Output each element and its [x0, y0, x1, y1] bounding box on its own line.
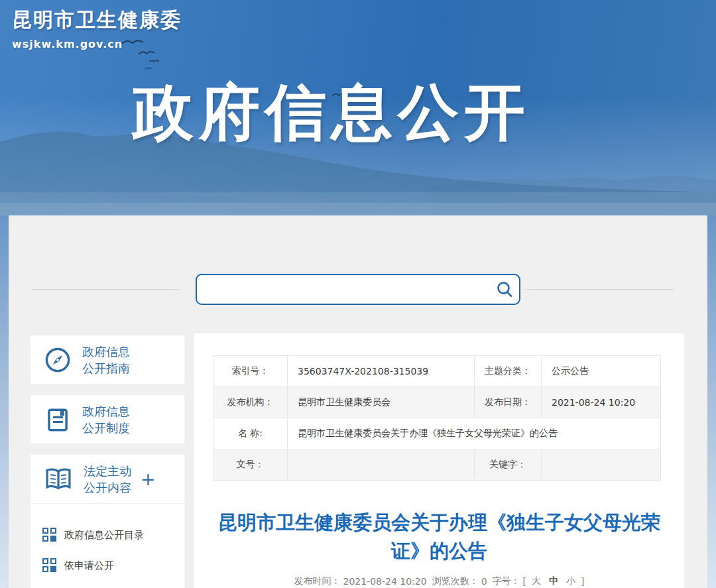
expand-plus-icon[interactable]: +: [141, 469, 156, 489]
table-row: 发布机构： 昆明市卫生健康委员会 发布日期： 2021-08-24 10:20: [213, 387, 661, 418]
bird-icon: [145, 66, 152, 70]
index-value: 35603747X-202108-315039: [288, 356, 475, 387]
publish-time-value: 2021-08-24 10:20: [343, 576, 426, 587]
search-input[interactable]: [197, 275, 490, 304]
article-meta: 发布时间： 2021-08-24 10:20 浏览次数： 0 字号： [ 大 中…: [194, 575, 684, 587]
bird-icon: [149, 58, 160, 64]
font-size-large-button[interactable]: 大: [532, 575, 541, 587]
sidebar-item-label: 政府信息: [82, 343, 130, 360]
meta-table: 索引号： 35603747X-202108-315039 主题分类： 公示公告 …: [213, 355, 661, 481]
view-count-value: 0: [481, 576, 487, 587]
font-size-label: 字号：: [493, 575, 520, 587]
grid-icon: [42, 558, 57, 573]
sidebar-item-label: 公开内容: [84, 479, 131, 496]
date-label: 发布日期：: [475, 387, 542, 418]
search-button[interactable]: [490, 275, 519, 304]
index-label: 索引号：: [213, 356, 288, 387]
site-url: wsjkw.km.gov.cn: [12, 38, 182, 50]
sidebar-item-label: 公开指南: [82, 360, 130, 377]
sidebar-item-label: 法定主动: [84, 463, 131, 479]
view-count-label: 浏览次数：: [432, 575, 479, 587]
sidebar-item-label: 公开制度: [82, 420, 130, 436]
agency-label: 发布机构：: [213, 387, 288, 418]
font-size-medium-button[interactable]: 中: [549, 575, 558, 587]
banner: 昆明市卫生健康委 wsjkw.km.gov.cn 政府信息公开: [0, 0, 716, 215]
publish-time-label: 发布时间：: [294, 575, 340, 587]
banner-title: 政府信息公开: [0, 72, 663, 154]
sidebar-item-directory[interactable]: 政府信息公开目录: [42, 520, 184, 550]
bracket-close: ]: [581, 576, 584, 587]
compass-icon: [44, 346, 72, 374]
bracket-open: [: [523, 576, 526, 587]
table-row: 索引号： 35603747X-202108-315039 主题分类： 公示公告: [213, 356, 661, 387]
keyword-label: 关键字：: [475, 449, 542, 481]
sidebar-item-apply[interactable]: 依申请公开: [42, 550, 184, 581]
table-row: 文号： 关键字：: [213, 449, 661, 481]
sidebar-link-label: 政府信息公开目录: [64, 529, 144, 542]
search-box: [196, 274, 520, 305]
divider-line: [31, 289, 179, 290]
keyword-value: [542, 449, 661, 481]
grid-icon: [42, 528, 57, 542]
search-icon: [495, 280, 514, 299]
sidebar-item-system[interactable]: 政府信息 公开制度: [30, 395, 184, 443]
date-value: 2021-08-24 10:20: [542, 387, 661, 418]
sidebar-links: 政府信息公开目录 依申请公开: [30, 504, 184, 588]
category-label: 主题分类：: [475, 356, 542, 387]
name-label: 名 称:: [213, 418, 288, 449]
content-panel: 政府信息 公开指南 政府信息 公开制度: [9, 215, 707, 588]
docnum-value: [288, 449, 475, 481]
category-value: 公示公告: [542, 356, 661, 387]
font-size-small-button[interactable]: 小: [566, 575, 575, 587]
sidebar-item-statutory[interactable]: 法定主动 公开内容 +: [30, 455, 184, 503]
bird-icon: [138, 49, 155, 56]
site-logo[interactable]: 昆明市卫生健康委 wsjkw.km.gov.cn: [12, 7, 182, 50]
bird-icon: [121, 38, 144, 47]
divider-line: [526, 289, 674, 290]
docnum-label: 文号：: [213, 449, 288, 481]
article-title: 昆明市卫生健康委员会关于办理《独生子女父母光荣证》的公告: [211, 508, 668, 565]
document-icon: [44, 406, 72, 434]
page: 昆明市卫生健康委 wsjkw.km.gov.cn 政府信息公开: [0, 0, 716, 588]
site-name: 昆明市卫生健康委: [12, 7, 182, 34]
sidebar-item-label: 政府信息: [82, 403, 130, 420]
sidebar-item-guide[interactable]: 政府信息 公开指南: [30, 335, 184, 384]
article-card: 索引号： 35603747X-202108-315039 主题分类： 公示公告 …: [194, 333, 684, 588]
agency-value: 昆明市卫生健康委员会: [288, 387, 475, 418]
book-icon: [44, 465, 73, 493]
table-row: 名 称: 昆明市卫生健康委员会关于办理《独生子女父母光荣证》的公告: [213, 418, 661, 449]
sidebar-link-label: 依申请公开: [64, 559, 114, 572]
name-value: 昆明市卫生健康委员会关于办理《独生子女父母光荣证》的公告: [288, 418, 661, 449]
